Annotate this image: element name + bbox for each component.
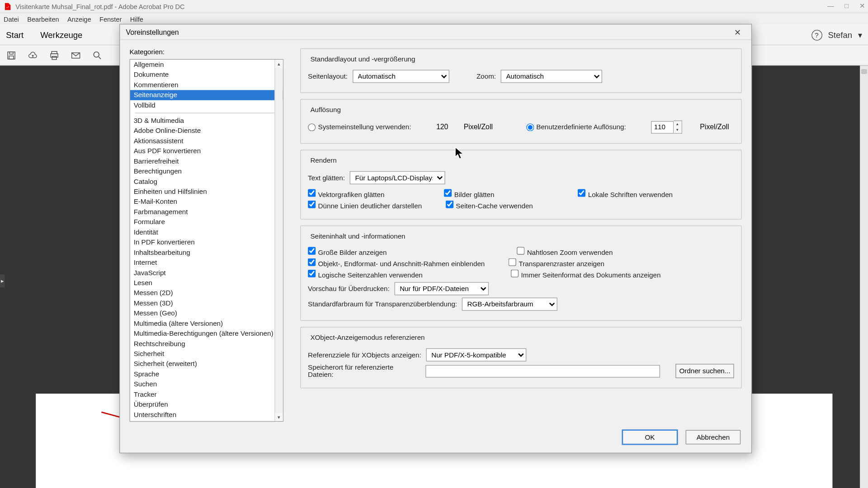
user-name[interactable]: Stefan [828, 30, 852, 40]
category-item[interactable]: Tracker [130, 389, 283, 399]
immer-checkbox[interactable]: Immer Seitenformat des Dokuments anzeige… [511, 270, 660, 279]
category-item[interactable]: Suchen [130, 380, 283, 389]
custom-resolution-spinner[interactable]: ▴▾ [651, 121, 682, 134]
category-item[interactable]: Aus PDF konvertieren [130, 146, 283, 156]
category-item[interactable]: Multimedia (ältere Versionen) [130, 319, 283, 328]
tab-werkzeuge[interactable]: Werkzeuge [40, 30, 82, 40]
logische-checkbox[interactable]: Logische Seitenzahlen verwenden [308, 270, 423, 279]
pixel-unit-2: Pixel/Zoll [700, 123, 729, 131]
vektor-checkbox[interactable]: Vektorgrafiken glätten [308, 189, 384, 198]
objekt-checkbox[interactable]: Objekt-, Endformat- und Anschnitt-Rahmen… [308, 258, 485, 267]
menu-hilfe[interactable]: Hilfe [130, 15, 143, 23]
custom-resolution-input[interactable] [651, 121, 674, 133]
spin-up-icon[interactable]: ▴ [674, 121, 681, 127]
category-item[interactable]: Aktionsassistent [130, 136, 283, 146]
category-item[interactable]: Seitenanzeige [130, 90, 283, 100]
preferences-dialog: Voreinstellungen ✕ Kategorien: Allgemein… [119, 24, 752, 453]
category-item[interactable]: Barrierefreiheit [130, 156, 283, 166]
category-item[interactable]: JavaScript [130, 268, 283, 278]
custom-resolution-radio[interactable]: Benutzerdefinierte Auflösung: [526, 123, 626, 131]
vertical-scrollbar[interactable] [860, 66, 868, 488]
side-panel-handle[interactable]: ▸ [0, 274, 5, 287]
spin-down-icon[interactable]: ▾ [674, 127, 681, 133]
category-item[interactable]: Berechtigungen [130, 166, 283, 176]
category-item[interactable]: In PDF konvertieren [130, 237, 283, 247]
ordner-suchen-button[interactable]: Ordner suchen... [675, 364, 734, 378]
cloud-icon[interactable] [28, 50, 38, 61]
menu-anzeige[interactable]: Anzeige [67, 15, 91, 23]
category-item[interactable]: Sprache [130, 369, 283, 379]
category-item[interactable]: Rechtschreibung [130, 339, 283, 349]
window-title: Visitenkarte Muhsal_Final_rot.pdf - Adob… [15, 3, 184, 10]
text-glaetten-label: Text glätten: [308, 174, 345, 181]
category-item[interactable]: Überprüfen [130, 399, 283, 409]
tab-start[interactable]: Start [6, 30, 24, 40]
seitenlayout-label: Seitenlayout: [308, 73, 348, 80]
seitenlayout-dropdown[interactable]: Automatisch [352, 70, 449, 83]
category-item[interactable]: Sicherheit [130, 349, 283, 359]
category-item[interactable]: Dokumente [130, 70, 283, 80]
category-item[interactable]: Identität [130, 227, 283, 237]
acrobat-icon [4, 2, 12, 10]
dialog-close-button[interactable]: ✕ [730, 25, 745, 38]
category-item[interactable]: Multimedia-Berechtigungen (ältere Versio… [130, 328, 283, 338]
menubar: Datei Bearbeiten Anzeige Fenster Hilfe [0, 13, 868, 25]
category-item[interactable]: Messen (2D) [130, 288, 283, 298]
help-icon[interactable]: ? [811, 29, 822, 40]
farbraum-dropdown[interactable]: RGB-Arbeitsfarbraum [462, 298, 557, 311]
text-glaetten-dropdown[interactable]: Für Laptops/LCD-Displays [350, 171, 445, 184]
category-item[interactable]: Allgemein [130, 60, 283, 70]
close-window-button[interactable]: ✕ [859, 2, 865, 10]
category-item[interactable]: Adobe Online-Dienste [130, 126, 283, 136]
bilder-checkbox[interactable]: Bilder glätten [444, 189, 494, 198]
duenne-checkbox[interactable]: Dünne Linien deutlicher darstellen [308, 201, 422, 210]
cancel-button[interactable]: Abbrechen [686, 430, 741, 445]
system-resolution-value: 120 [436, 123, 448, 131]
search-icon[interactable] [92, 50, 103, 61]
category-item[interactable]: Internet [130, 258, 283, 267]
save-icon[interactable] [6, 50, 17, 61]
minimize-button[interactable]: — [827, 2, 834, 10]
referenz-dropdown[interactable]: Nur PDF/X-5-kompatible [426, 348, 526, 361]
user-menu-chevron-icon[interactable]: ▾ [858, 30, 862, 40]
svg-rect-5 [52, 56, 57, 59]
category-item[interactable]: Messen (Geo) [130, 308, 283, 318]
speicherort-input[interactable] [425, 365, 660, 377]
scroll-up-icon[interactable]: ▴ [275, 60, 283, 68]
category-item[interactable]: Vollbild [130, 100, 283, 110]
group-xobject-legend: XObject-Anzeigemodus referenzieren [308, 334, 427, 341]
print-icon[interactable] [49, 50, 60, 61]
vorschau-dropdown[interactable]: Nur für PDF/X-Dateien [394, 282, 489, 295]
referenz-label: Referenzziele für XObjects anzeigen: [308, 351, 421, 358]
scroll-down-icon[interactable]: ▾ [275, 413, 283, 421]
grosse-checkbox[interactable]: Große Bilder anzeigen [308, 247, 387, 256]
zoom-dropdown[interactable]: Automatisch [501, 70, 602, 83]
list-scrollbar[interactable]: ▴ ▾ [274, 60, 283, 421]
category-item[interactable]: Kommentieren [130, 80, 283, 90]
category-item[interactable]: Catalog [130, 177, 283, 187]
category-item[interactable]: Einheiten und Hilfslinien [130, 187, 283, 197]
category-item[interactable]: Formulare [130, 217, 283, 227]
menu-bearbeiten[interactable]: Bearbeiten [27, 15, 59, 23]
category-item[interactable]: Inhaltsbearbeitung [130, 248, 283, 258]
svg-rect-2 [9, 56, 14, 59]
nahtlos-checkbox[interactable]: Nahtlosen Zoom verwenden [517, 247, 613, 256]
category-item[interactable]: E-Mail-Konten [130, 197, 283, 207]
categories-listbox[interactable]: AllgemeinDokumenteKommentierenSeitenanze… [129, 59, 283, 422]
category-item[interactable]: Lesen [130, 278, 283, 288]
category-item[interactable]: Messen (3D) [130, 298, 283, 308]
menu-datei[interactable]: Datei [4, 15, 19, 23]
category-item[interactable]: Unterschriften [130, 410, 283, 420]
transparenz-checkbox[interactable]: Transparenzraster anzeigen [509, 258, 604, 267]
mail-icon[interactable] [71, 50, 81, 61]
category-item[interactable]: 3D & Multimedia [130, 116, 283, 126]
lokale-checkbox[interactable]: Lokale Schriften verwenden [578, 189, 673, 198]
ok-button[interactable]: OK [623, 430, 677, 445]
menu-fenster[interactable]: Fenster [99, 15, 122, 23]
cache-checkbox[interactable]: Seiten-Cache verwenden [446, 201, 533, 210]
system-resolution-radio[interactable]: Systemeinstellung verwenden: [308, 123, 411, 131]
category-item[interactable]: Sicherheit (erweitert) [130, 359, 283, 369]
maximize-button[interactable]: □ [844, 2, 849, 10]
group-render-legend: Rendern [308, 157, 339, 164]
category-item[interactable]: Farbmanagement [130, 207, 283, 217]
